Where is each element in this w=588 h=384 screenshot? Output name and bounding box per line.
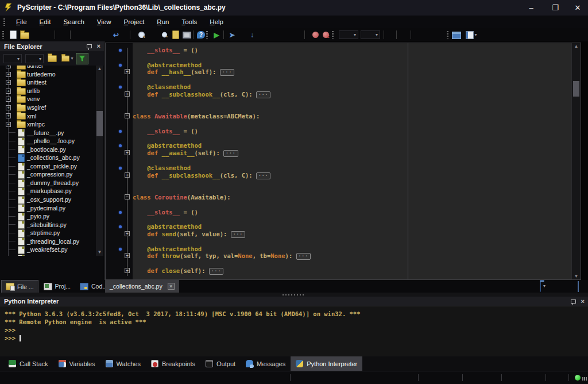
tree-item--weakrefset-py[interactable]: _weakrefset.py [0,245,104,254]
pin-icon[interactable] [571,299,576,304]
interpreter-console[interactable]: *** Python 3.6.3 (v3.6.3:2c5fed8, Oct 3 … [0,306,588,356]
dock-tab-breakpoints[interactable]: Breakpoints [146,356,200,371]
collapsed-code-icon[interactable]: ··· [256,91,270,98]
tree-item-venv[interactable]: +venv [0,95,104,103]
dock-tab-output[interactable]: Output [200,356,241,371]
filter-button[interactable] [76,53,88,64]
find-button[interactable] [136,30,146,40]
close-button[interactable]: ✕ [566,0,588,16]
tree-item--pyio-py[interactable]: _pyio.py [0,212,104,221]
path-combo[interactable]: ▾ [25,54,44,63]
splitter-grip-icon[interactable] [283,294,305,295]
fold-expand-icon[interactable]: + [125,150,130,155]
open-file-button[interactable] [20,30,30,40]
collapsed-code-icon[interactable]: ··· [231,231,245,238]
tree-item-turtledemo[interactable]: +turtledemo [0,70,104,79]
toolbar-grip-handle[interactable] [206,31,208,39]
expander-icon[interactable]: + [6,66,11,68]
fold-expand-icon[interactable]: + [125,91,130,97]
explorer-tab-file-explorer[interactable]: File ... [1,280,38,293]
code-editor[interactable]: __slots__ = () @abstractmethod+ def __ha… [105,43,581,280]
screenshot-button[interactable] [181,30,192,40]
drive-combo[interactable]: ▾ [3,54,22,63]
fold-expand-icon[interactable]: + [125,253,130,258]
dock-tab-watches[interactable]: Watches [100,356,146,371]
expander-icon[interactable]: + [6,89,11,94]
collapsed-code-icon[interactable]: ··· [220,69,234,76]
menu-file[interactable]: File [10,17,33,27]
undo-button[interactable]: ↩ [111,30,121,40]
scroll-down-icon[interactable]: ▼ [96,249,103,256]
fold-collapse-icon[interactable]: − [125,194,130,199]
find-in-files-button[interactable] [159,30,169,40]
expander-icon[interactable]: + [6,122,11,127]
tree-item--osx-support-py[interactable]: _osx_support.py [0,195,104,204]
breakpoint-button[interactable] [310,30,320,40]
tree-item-urllib[interactable]: +urllib [0,87,104,95]
tree-item-xmlrpc[interactable]: +xmlrpc [0,120,104,129]
explorer-tab-project-explorer[interactable]: Proj... [40,280,75,293]
menu-tools[interactable]: Tools [175,17,203,27]
tree-item--future-py[interactable]: __future__.py [0,128,104,137]
menu-run[interactable]: Run [150,17,175,27]
fold-expand-icon[interactable]: + [125,69,130,74]
expander-icon[interactable]: + [6,80,11,85]
scrollbar-thumb[interactable] [96,111,103,136]
collapsed-code-icon[interactable]: ··· [209,268,223,275]
tree-item-wsgiref[interactable]: +wsgiref [0,103,104,112]
menu-search[interactable]: Search [57,17,90,27]
scrollbar-thumb[interactable] [573,81,579,97]
maximize-button[interactable]: ❐ [544,0,567,16]
expander-icon[interactable]: + [6,113,11,118]
open-folder-button[interactable] [46,53,59,64]
tree-scrollbar[interactable]: ▲ ▼ [96,66,103,256]
menu-edit[interactable]: Edit [33,17,57,27]
view-grid-button[interactable] [451,30,462,40]
menu-grip-handle[interactable] [3,18,5,26]
tree-item--compat-pickle-py[interactable]: _compat_pickle.py [0,162,104,171]
tree-item--phello-foo-py[interactable]: __phello__.foo.py [0,137,104,145]
dock-tab-python-interpreter[interactable]: Python Interpreter [291,356,362,371]
dock-tab-variables[interactable]: Variables [53,356,100,371]
close-icon[interactable]: × [97,43,100,49]
menu-help[interactable]: Help [203,17,230,27]
tree-item--dummy-thread-py[interactable]: _dummy_thread.py [0,179,104,187]
tab-close-icon[interactable]: × [168,283,175,290]
menu-project[interactable]: Project [118,17,151,27]
tree-item-unittest[interactable]: +unittest [0,78,104,87]
layout-button[interactable]: ▾ [464,30,479,40]
debug-button[interactable]: ➤ [227,30,237,40]
fold-collapse-icon[interactable]: − [125,113,130,118]
tree-item--threading-local-py[interactable]: _threading_local.py [0,237,104,245]
toolbar-grip-handle[interactable] [447,31,448,39]
toolbar-combo-1[interactable]: ▾ [339,30,358,39]
fold-expand-icon[interactable]: + [125,268,130,273]
scroll-up-icon[interactable]: ▲ [572,44,581,49]
fold-expand-icon[interactable]: + [125,172,130,178]
horizontal-splitter[interactable] [0,293,588,297]
tree-item--bootlocale-py[interactable]: _bootlocale.py [0,145,104,153]
editor-list-button[interactable]: ▾ [540,282,541,292]
scroll-down-icon[interactable]: ▼ [572,274,581,279]
new-file-button[interactable] [8,30,18,40]
run-button[interactable]: ▶ [211,30,222,40]
help-button[interactable]: ? [196,30,206,40]
file-template-button[interactable] [171,30,181,40]
collapsed-code-icon[interactable]: ··· [296,253,311,260]
tree-item--strptime-py[interactable]: _strptime.py [0,229,104,237]
editor-tab[interactable]: _collections_abc.py × [105,280,179,293]
toolbar-grip-handle[interactable] [332,31,334,39]
new-tab-group-button[interactable] [578,282,579,292]
dock-tab-messages[interactable]: Messages [241,356,291,371]
editor-scrollbar[interactable]: ▲ ▼ [571,43,581,279]
step-button[interactable]: ↓ [247,30,257,40]
clear-breakpoints-button[interactable]: x [320,30,331,40]
tree-item-tkinter[interactable]: +tkinter [0,66,104,70]
tree-item--compression-py[interactable]: _compression.py [0,170,104,179]
tree-item--collections-abc-py[interactable]: _collections_abc.py [0,153,104,162]
tree-item--pydecimal-py[interactable]: _pydecimal.py [0,203,104,212]
tree-item-xml[interactable]: +xml [0,112,104,120]
tree-item-abc-py[interactable]: abc.py [0,254,104,256]
menu-view[interactable]: View [91,17,118,27]
dock-tab-call-stack[interactable]: Call Stack [3,356,53,371]
